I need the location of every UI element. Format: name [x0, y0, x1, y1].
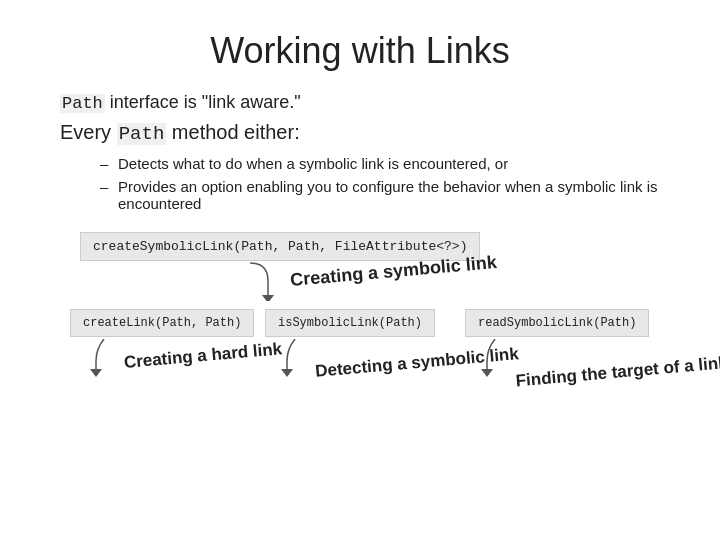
method-either-text: method either:	[166, 121, 299, 143]
symbolic-link-arrow	[240, 261, 280, 301]
read-symbolic-link-box: readSymbolicLink(Path)	[465, 309, 649, 337]
create-link-box: createLink(Path, Path)	[70, 309, 254, 337]
slide-title: Working with Links	[60, 30, 660, 72]
bullet-item-2: Provides an option enabling you to confi…	[100, 178, 660, 212]
intro-line-1: Path interface is "link aware."	[60, 92, 660, 113]
bullet-item-1: Detects what to do when a symbolic link …	[100, 155, 660, 172]
intro-line-2: Every Path method either:	[60, 121, 660, 145]
every-text: Every	[60, 121, 117, 143]
create-hard-link-label: Creating a hard link	[123, 339, 283, 373]
intro-line-1-text: interface is "link aware."	[105, 92, 301, 112]
svg-marker-0	[262, 295, 274, 301]
is-symbolic-link-arrow	[281, 339, 313, 377]
svg-marker-1	[90, 369, 102, 377]
slide: Working with Links Path interface is "li…	[0, 0, 720, 540]
bullet-list: Detects what to do when a symbolic link …	[100, 155, 660, 212]
create-link-arrow	[90, 339, 122, 377]
finding-target-link-label: Finding the target of a link	[515, 353, 720, 391]
path-code-1: Path	[60, 94, 105, 113]
is-symbolic-link-box: isSymbolicLink(Path)	[265, 309, 435, 337]
create-symbolic-link-box: createSymbolicLink(Path, Path, FileAttri…	[80, 232, 480, 261]
svg-marker-2	[281, 369, 293, 377]
path-code-2: Path	[117, 123, 167, 145]
svg-marker-3	[481, 369, 493, 377]
